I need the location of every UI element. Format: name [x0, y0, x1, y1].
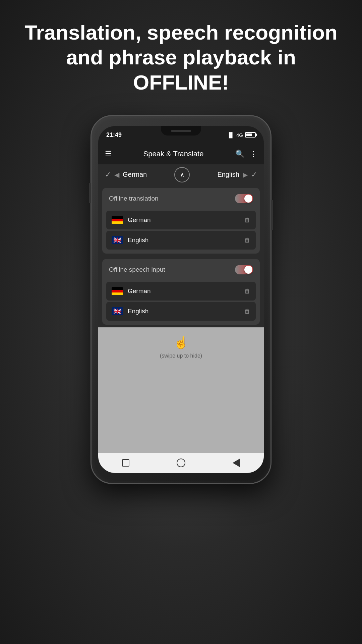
- square-icon: [122, 459, 129, 467]
- headline-line1: Translation, speech recognition: [24, 21, 338, 44]
- delete-english-translation-button[interactable]: 🗑: [244, 237, 250, 244]
- language-selector-bar: ✓ ◀ German ∧ English ▶ ✓: [98, 164, 264, 185]
- delete-german-speech-button[interactable]: 🗑: [244, 288, 250, 295]
- battery-icon: [245, 132, 256, 138]
- swap-languages-button[interactable]: ∧: [174, 167, 190, 182]
- delete-english-speech-button[interactable]: 🗑: [244, 308, 250, 315]
- swipe-up-icon: ☝: [174, 335, 189, 350]
- wifi-icon: 4G: [236, 132, 243, 138]
- speech-german-label: German: [128, 287, 240, 295]
- app-title: Speak & Translate: [117, 150, 230, 158]
- swipe-hint: (swipe up to hide): [160, 353, 202, 359]
- translation-german-item[interactable]: German 🗑: [106, 211, 256, 229]
- status-indicators: ▐▌ 4G: [227, 132, 256, 138]
- offline-translation-panel: Offline translation German 🗑: [102, 188, 260, 254]
- target-checkmark: ✓: [251, 170, 257, 179]
- offline-speech-toggle[interactable]: [235, 265, 253, 274]
- more-button[interactable]: ⋮: [250, 150, 257, 158]
- phone-notch: [161, 126, 201, 136]
- translation-english-item[interactable]: English 🗑: [106, 231, 256, 250]
- circle-icon: [177, 459, 185, 467]
- delete-german-translation-button[interactable]: 🗑: [244, 217, 250, 224]
- status-time: 21:49: [106, 131, 122, 139]
- speech-german-flag-icon: [112, 287, 123, 295]
- home-button[interactable]: [175, 457, 187, 469]
- app-bar: ☰ Speak & Translate 🔍 ⋮: [98, 144, 264, 164]
- speech-english-item[interactable]: English 🗑: [106, 302, 256, 321]
- offline-translation-header: Offline translation: [102, 188, 260, 209]
- search-button[interactable]: 🔍: [235, 150, 244, 158]
- offline-speech-header: Offline speech input: [102, 259, 260, 280]
- offline-speech-label: Offline speech input: [109, 266, 165, 273]
- speech-english-flag-icon: [112, 307, 123, 315]
- right-arrow: ▶: [243, 171, 248, 179]
- german-flag-icon: [112, 216, 123, 224]
- menu-button[interactable]: ☰: [105, 150, 112, 158]
- offline-translation-toggle[interactable]: [235, 194, 253, 203]
- back-button[interactable]: [230, 457, 242, 469]
- speech-german-item[interactable]: German 🗑: [106, 282, 256, 301]
- navigation-bar: [98, 453, 264, 473]
- phone-screen: 21:49 ▐▌ 4G ☰ Speak & Translate 🔍 ⋮: [98, 126, 264, 473]
- battery-fill: [246, 133, 252, 136]
- english-flag-icon: [112, 236, 123, 244]
- source-lang-area: ✓ ◀ German: [105, 170, 147, 179]
- signal-icon: ▐▌: [227, 132, 234, 138]
- target-language[interactable]: English: [217, 171, 239, 178]
- gray-area: ☝ (swipe up to hide): [98, 327, 264, 453]
- translation-german-label: German: [128, 216, 240, 224]
- triangle-icon: [233, 459, 240, 467]
- chevron-up-icon: ∧: [180, 171, 184, 178]
- phone-body: 21:49 ▐▌ 4G ☰ Speak & Translate 🔍 ⋮: [90, 115, 272, 484]
- speaker-grille: [171, 130, 191, 132]
- phone-mockup: 21:49 ▐▌ 4G ☰ Speak & Translate 🔍 ⋮: [90, 115, 272, 484]
- source-checkmark: ✓: [105, 170, 111, 179]
- left-arrow: ◀: [114, 171, 119, 179]
- offline-translation-label: Offline translation: [109, 195, 159, 202]
- toggle-knob: [244, 195, 252, 203]
- speech-toggle-knob: [244, 266, 252, 274]
- offline-speech-panel: Offline speech input German 🗑: [102, 259, 260, 325]
- recents-button[interactable]: [120, 457, 132, 469]
- headline: Translation, speech recognition and phra…: [0, 0, 362, 108]
- speech-english-label: English: [128, 308, 240, 315]
- target-lang-area: English ▶ ✓: [217, 170, 257, 179]
- source-language[interactable]: German: [123, 171, 147, 178]
- translation-english-label: English: [128, 236, 240, 244]
- content-area: Offline translation German 🗑: [98, 185, 264, 473]
- headline-line2: and phrase playback in OFFLINE!: [66, 46, 296, 94]
